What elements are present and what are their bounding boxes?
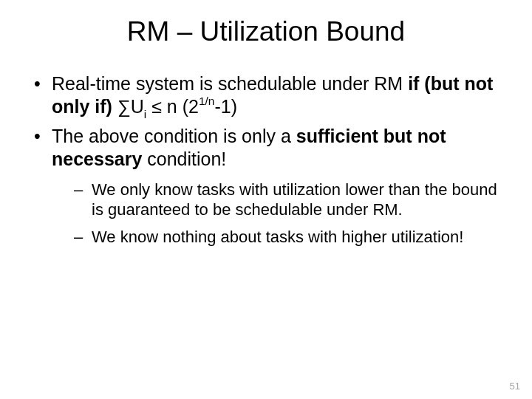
b2-pre: The above condition is only a	[52, 126, 296, 146]
bullet-1: Real-time system is schedulable under RM…	[30, 72, 502, 120]
b1-mid: ≤ n (2	[146, 96, 199, 117]
b1-sup: 1/n	[199, 95, 215, 107]
slide: RM – Utilization Bound Real-time system …	[0, 0, 532, 399]
slide-title: RM – Utilization Bound	[30, 16, 502, 47]
b1-pre: Real-time system is schedulable under RM	[52, 73, 408, 94]
sub-bullet-1: We only know tasks with utilization lowe…	[52, 180, 502, 220]
b2-post: condition!	[142, 149, 226, 169]
b1-end: -1)	[214, 96, 237, 117]
b1-sum: ∑U	[112, 96, 144, 117]
bullet-list: Real-time system is schedulable under RM…	[30, 72, 502, 248]
b1-sub: i	[144, 108, 146, 120]
sub-bullet-list: We only know tasks with utilization lowe…	[52, 180, 502, 247]
page-number: 51	[510, 381, 520, 392]
sub-bullet-2: We know nothing about tasks with higher …	[52, 228, 502, 248]
bullet-2: The above condition is only a sufficient…	[30, 125, 502, 247]
